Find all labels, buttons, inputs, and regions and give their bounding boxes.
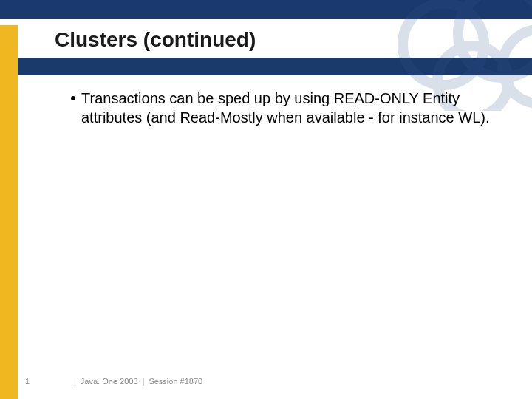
footer-separator: | — [74, 377, 76, 386]
title-underline-band — [18, 58, 532, 75]
bullet-dot-icon — [71, 96, 75, 100]
footer-separator: | — [143, 377, 145, 386]
bullet-item: Transactions can be sped up by using REA… — [71, 89, 510, 127]
bullet-text: Transactions can be sped up by using REA… — [81, 90, 489, 126]
slide-content: Transactions can be sped up by using REA… — [71, 89, 510, 127]
left-accent-bar — [0, 0, 18, 399]
footer-event: Java. One 2003 — [81, 377, 138, 386]
top-white-gap — [0, 19, 532, 25]
footer-session: Session #1870 — [149, 377, 202, 386]
slide-title: Clusters (continued) — [55, 28, 256, 52]
slide-footer: 1 | Java. One 2003 | Session #1870 — [25, 377, 517, 386]
page-number: 1 — [25, 377, 69, 386]
top-accent-strip — [0, 0, 532, 19]
